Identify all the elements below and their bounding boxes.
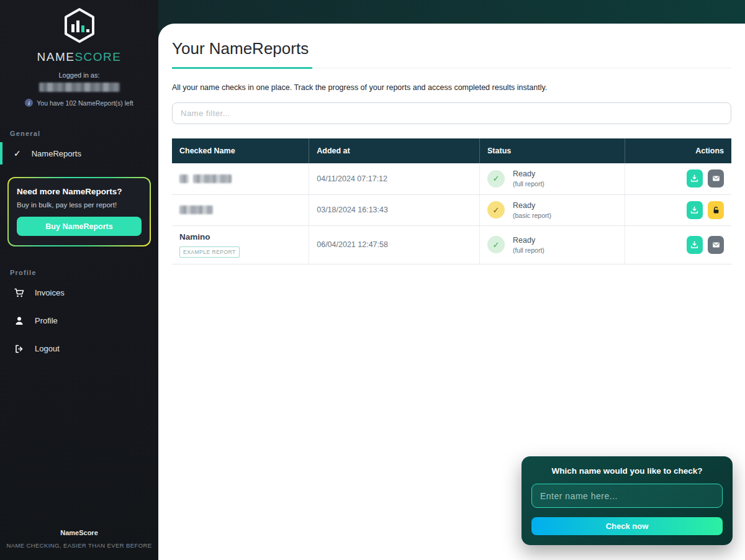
- column-header-checked-name: Checked Name: [172, 138, 309, 163]
- name-filter-input[interactable]: [172, 102, 731, 124]
- download-report-button[interactable]: [687, 169, 703, 187]
- redacted-user-email: [39, 83, 120, 92]
- info-icon: i: [25, 99, 33, 107]
- redacted-checked-name: [193, 174, 232, 183]
- column-header-added-at: Added at: [309, 138, 480, 163]
- status-check-icon: ✓: [487, 201, 505, 219]
- status-cell: ✓ Ready (basic report): [487, 201, 617, 219]
- email-report-button[interactable]: [708, 236, 724, 254]
- credits-text: You have 102 NameReport(s) left: [37, 99, 133, 107]
- example-report-badge: EXAMPLE REPORT: [179, 246, 240, 258]
- app-root: NAMESCORE Logged in as: i You have 102 N…: [0, 0, 745, 560]
- status-detail: (full report): [513, 180, 544, 187]
- user-icon: [14, 315, 24, 326]
- title-underline: [172, 68, 731, 69]
- status-text: Ready: [513, 236, 544, 245]
- column-header-actions: Actions: [625, 138, 731, 163]
- footer-tagline: NAME CHECKING, EASIER THAN EVER BEFORE: [0, 542, 158, 549]
- sidebar-item-namereports[interactable]: ✓ NameReports: [0, 142, 158, 165]
- sidebar-item-label: Logout: [35, 344, 60, 353]
- download-icon: [690, 206, 698, 214]
- sidebar-item-invoices[interactable]: Invoices: [0, 281, 158, 304]
- promo-card: Need more NameReports? Buy in bulk, pay …: [7, 177, 151, 246]
- status-text: Ready: [513, 201, 551, 210]
- download-icon: [690, 174, 698, 183]
- unlock-report-button[interactable]: [708, 201, 724, 219]
- sidebar-item-logout[interactable]: Logout: [0, 337, 158, 360]
- status-cell: ✓ Ready (full report): [487, 169, 617, 187]
- checked-name: Namino: [179, 232, 301, 242]
- added-at-cell: 04/11/2024 07:17:12: [309, 163, 480, 194]
- status-check-icon: ✓: [487, 236, 505, 253]
- redacted-checked-name: [179, 205, 213, 214]
- status-detail: (basic report): [513, 212, 551, 219]
- added-at-cell: 06/04/2021 12:47:58: [309, 225, 480, 264]
- added-at-cell: 03/18/2024 16:13:43: [309, 194, 480, 225]
- content-card: Your NameReports All your name checks in…: [158, 24, 745, 560]
- unlock-icon: [712, 206, 720, 214]
- brand: NAMESCORE: [0, 0, 158, 64]
- download-icon: [690, 241, 698, 249]
- sidebar-item-label: NameReports: [32, 149, 81, 158]
- sidebar-footer: NameScore NAME CHECKING, EASIER THAN EVE…: [0, 529, 158, 549]
- namescore-logo-icon: [63, 7, 96, 43]
- status-check-icon: ✓: [487, 170, 505, 187]
- promo-title: Need more NameReports?: [17, 187, 142, 196]
- sidebar-item-label: Profile: [35, 316, 58, 325]
- envelope-icon: [712, 174, 720, 183]
- status-cell: ✓ Ready (full report): [487, 236, 617, 254]
- table-row: 03/18/2024 16:13:43 ✓ Ready (basic repor…: [172, 194, 731, 225]
- promo-subtitle: Buy in bulk, pay less per report!: [17, 201, 142, 209]
- table-header-row: Checked Name Added at Status Actions: [172, 138, 731, 163]
- email-report-button[interactable]: [708, 169, 724, 187]
- download-report-button[interactable]: [687, 201, 703, 219]
- credits-note: i You have 102 NameReport(s) left: [0, 99, 158, 107]
- download-report-button[interactable]: [687, 236, 703, 254]
- section-label-general: General: [0, 130, 158, 137]
- footer-brand: NameScore: [0, 529, 158, 536]
- check-now-button[interactable]: Check now: [531, 517, 723, 535]
- name-check-widget: Which name would you like to check? Chec…: [522, 456, 733, 545]
- column-header-status: Status: [480, 138, 625, 163]
- logged-in-block: Logged in as:: [0, 71, 158, 92]
- redacted-checked-name: [179, 174, 189, 183]
- sidebar-item-label: Invoices: [35, 288, 65, 297]
- page-title: Your NameReports: [172, 39, 731, 58]
- section-label-profile: Profile: [0, 269, 158, 276]
- widget-title: Which name would you like to check?: [531, 466, 723, 476]
- reports-table: Checked Name Added at Status Actions 04/…: [172, 138, 731, 264]
- name-check-input[interactable]: [531, 484, 723, 508]
- main-area: Your NameReports All your name checks in…: [158, 0, 745, 560]
- brand-name: NAMESCORE: [0, 50, 158, 64]
- status-detail: (full report): [513, 246, 544, 254]
- check-icon: ✓: [14, 148, 21, 158]
- status-text: Ready: [513, 169, 544, 178]
- buy-namereports-button[interactable]: Buy NameReports: [17, 217, 142, 236]
- page-description: All your name checks in one place. Track…: [172, 83, 731, 92]
- sidebar-item-profile[interactable]: Profile: [0, 309, 158, 332]
- sidebar: NAMESCORE Logged in as: i You have 102 N…: [0, 0, 158, 560]
- logged-in-label: Logged in as:: [0, 71, 158, 79]
- table-row: Namino EXAMPLE REPORT 06/04/2021 12:47:5…: [172, 225, 731, 264]
- cart-icon: [14, 287, 24, 298]
- logout-icon: [14, 343, 24, 354]
- envelope-icon: [712, 241, 720, 249]
- table-row: 04/11/2024 07:17:12 ✓ Ready (full report…: [172, 163, 731, 194]
